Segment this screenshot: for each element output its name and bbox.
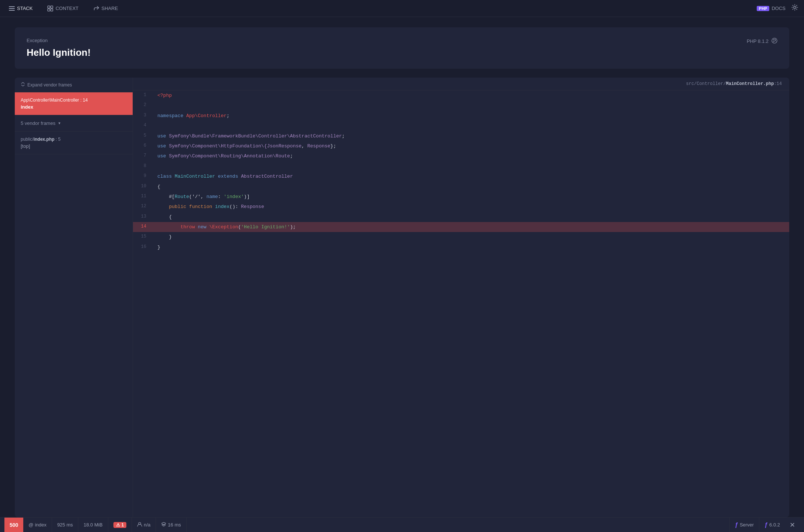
plain-label: [top] <box>21 143 127 149</box>
nav-right: PHP DOCS <box>757 4 798 13</box>
context-icon <box>47 6 53 11</box>
nav-stack[interactable]: STACK <box>6 4 35 13</box>
query-time: 16 ms <box>168 522 181 528</box>
svg-rect-4 <box>51 6 53 8</box>
version-value: 6.0.2 <box>769 522 780 528</box>
nav-context[interactable]: CONTEXT <box>44 4 81 13</box>
status-user: n/a <box>132 518 156 532</box>
code-line-11: 11 #[Route('/', name: 'index')] <box>133 192 789 202</box>
code-line-2: 2 <box>133 100 789 110</box>
php-badge: PHP <box>757 6 770 11</box>
frame-item-main-controller[interactable]: App\Controller\MainController : 14 index <box>15 92 133 115</box>
docs-button[interactable]: PHP DOCS <box>757 6 786 11</box>
php-version-icon <box>771 38 777 45</box>
code-line-1: 1 <?php <box>133 91 789 100</box>
svg-point-8 <box>772 38 777 43</box>
code-file-path: src/Controller/MainController.php:14 <box>133 78 789 91</box>
code-line-13: 13 { <box>133 212 789 222</box>
status-code: 500 <box>4 518 23 532</box>
svg-point-7 <box>794 6 796 8</box>
env-name: Server <box>740 522 754 528</box>
frame-item-top[interactable]: public/index.php : 5 [top] <box>15 132 133 154</box>
share-icon <box>93 6 99 11</box>
top-navigation: STACK CONTEXT SHARE <box>0 0 804 17</box>
status-errors: ⚠ 1 <box>108 518 132 532</box>
vendor-frames-toggle[interactable]: 5 vendor frames ▾ <box>15 115 133 132</box>
error-badge: ⚠ 1 <box>113 522 127 528</box>
query-icon <box>161 522 166 528</box>
settings-button[interactable] <box>791 4 798 13</box>
code-panel: src/Controller/MainController.php:14 1 <… <box>133 78 789 517</box>
code-line-9: 9 class MainController extends AbstractC… <box>133 171 789 181</box>
code-line-7: 7 use Symfony\Component\Routing\Annotati… <box>133 151 789 161</box>
svg-rect-5 <box>48 9 50 11</box>
context-label: CONTEXT <box>55 6 78 11</box>
code-line-14: 14 throw new \Exception('Hello Ignition!… <box>133 222 789 232</box>
symfony-icon-2: ƒ <box>764 522 768 528</box>
docs-label: DOCS <box>771 6 786 11</box>
close-button[interactable]: ✕ <box>785 518 800 532</box>
stack-frames: App\Controller\MainController : 14 index… <box>15 92 133 517</box>
code-line-5: 5 use Symfony\Bundle\FrameworkBundle\Con… <box>133 131 789 141</box>
expand-vendor-button[interactable]: Expand vendor frames <box>15 78 133 92</box>
status-route: @ index <box>23 518 52 532</box>
exception-header: Exception Hello Ignition! PHP 8.1.2 <box>15 27 789 69</box>
status-env: ƒ Server <box>729 518 759 532</box>
status-version: ƒ 6.0.2 <box>759 518 785 532</box>
code-line-4: 4 <box>133 121 789 131</box>
status-time: 925 ms <box>52 518 79 532</box>
php-version: PHP 8.1.2 <box>747 38 777 45</box>
plain-file: public/index.php : 5 <box>21 137 127 142</box>
stack-label: STACK <box>17 6 33 11</box>
expand-icon <box>21 82 25 88</box>
code-body[interactable]: 1 <?php 2 3 namespace App\Controller; 4 … <box>133 91 789 517</box>
stack-sidebar: Expand vendor frames App\Controller\Main… <box>15 78 133 517</box>
vendor-frames-label: 5 vendor frames <box>21 120 55 126</box>
user-icon <box>137 522 142 528</box>
share-label: SHARE <box>102 6 118 11</box>
code-line-3: 3 namespace App\Controller; <box>133 111 789 121</box>
symfony-icon: ƒ <box>735 522 738 528</box>
code-line-15: 15 } <box>133 232 789 242</box>
svg-rect-0 <box>9 6 15 7</box>
status-query: 16 ms <box>156 518 186 532</box>
user-value: n/a <box>144 522 150 528</box>
stack-panel: Expand vendor frames App\Controller\Main… <box>15 78 789 517</box>
frame-class: App\Controller\MainController : 14 <box>21 98 127 103</box>
exception-message: Hello Ignition! <box>27 47 91 58</box>
warning-icon: ⚠ <box>116 522 120 528</box>
code-line-16: 16 } <box>133 242 789 252</box>
svg-rect-6 <box>51 9 53 11</box>
stack-icon <box>9 6 15 11</box>
code-line-12: 12 public function index(): Response <box>133 202 789 212</box>
svg-rect-3 <box>48 6 50 8</box>
svg-rect-2 <box>9 10 15 11</box>
chevron-down-icon: ▾ <box>58 121 61 126</box>
status-memory: 18.0 MiB <box>78 518 108 532</box>
at-symbol: @ <box>28 522 33 528</box>
code-line-8: 8 <box>133 161 789 171</box>
frame-method: index <box>21 104 127 110</box>
main-content: Exception Hello Ignition! PHP 8.1.2 <box>0 17 804 517</box>
nav-left: STACK CONTEXT SHARE <box>6 4 121 13</box>
code-line-10: 10 { <box>133 182 789 192</box>
status-bar: 500 @ index 925 ms 18.0 MiB ⚠ 1 n/a 16 m… <box>0 517 804 532</box>
svg-rect-1 <box>9 8 15 9</box>
nav-share[interactable]: SHARE <box>91 4 121 13</box>
status-right: ƒ Server ƒ 6.0.2 ✕ <box>729 518 800 532</box>
route-name: index <box>35 522 47 528</box>
expand-vendor-label: Expand vendor frames <box>27 82 72 88</box>
code-line-6: 6 use Symfony\Component\HttpFoundation\{… <box>133 141 789 151</box>
exception-type: Exception <box>27 38 91 43</box>
